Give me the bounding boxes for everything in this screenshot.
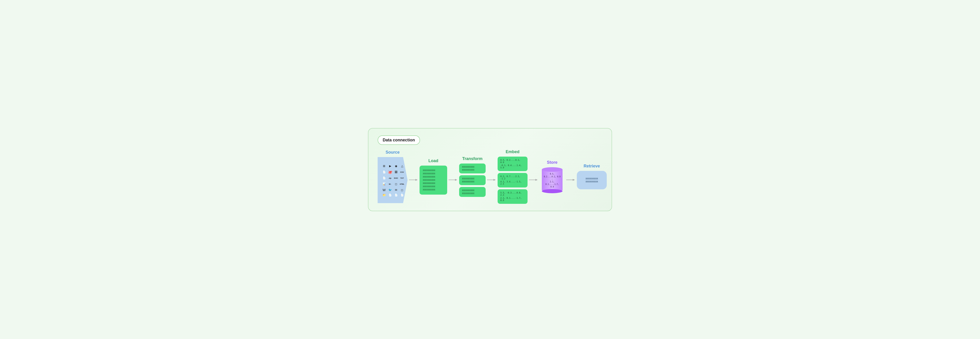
transform-col: XXXXXXXXXX XXXXXXXXXX XXXXXXXXXX XXXXXXX…	[459, 164, 485, 197]
embed-box-1: 0.5, 0.2....0.1, 0.9 -0.1, 0.4....1.4, 5…	[498, 157, 528, 171]
icon-csv: CSV	[399, 170, 404, 175]
icon-doc3: DOC	[393, 175, 399, 181]
arrow-source-load	[409, 178, 418, 181]
icon-brackets: ◻	[399, 188, 404, 193]
transform-line-3-1: XXXXXXXXXX	[462, 189, 483, 192]
load-label: Load	[428, 158, 438, 163]
transform-line-2-2: XXXXXXXXXX	[462, 181, 483, 183]
load-line-3: XXXXXXXXXX	[423, 176, 444, 178]
svg-marker-3	[455, 179, 457, 181]
source-shape: ⊞ ▶ ◉ △ 📄 🐙 🖼 CSV 📄 zip DOC TXT 📊 M↓ ◻ H…	[378, 157, 407, 203]
icon-twitter: 🐦	[388, 188, 393, 193]
icon-triangle: △	[399, 164, 404, 169]
icon-txt: TXT	[399, 175, 404, 181]
icon-image: 🖼	[393, 170, 399, 175]
arrow-load-transform	[449, 178, 458, 181]
load-line-4: XXXXXXXXXX	[423, 179, 444, 181]
icon-square: ◻	[393, 181, 399, 186]
store-text-3: 2.1, 0.1....-1.7, 0.9	[544, 181, 561, 188]
cylinder-body: 0.5, 0.2....0.1, 0.9 : 2.1, 0.1....-1.7,…	[542, 170, 563, 190]
icon-zip: zip	[388, 175, 393, 181]
cylinder-top	[542, 167, 563, 172]
load-line-1: XXXXXXXXXX	[423, 169, 444, 172]
transform-box-1: XXXXXXXXXX XXXXXXXXXX	[459, 164, 485, 173]
source-label: Source	[385, 150, 399, 155]
load-line-2: XXXXXXXXXX	[423, 172, 444, 175]
embed-box-2: 0.2, 0.7....2.1, -1.2 4.1, 3.4....-1.5, …	[498, 173, 528, 188]
icon-md: M↓	[388, 181, 393, 186]
icon-table: 📊	[382, 181, 387, 186]
embed-stage: Embed 0.5, 0.2....0.1, 0.9 -0.1, 0.4....…	[498, 150, 528, 204]
embed-label: Embed	[506, 150, 519, 154]
store-cylinder: 0.5, 0.2....0.1, 0.9 : 2.1, 0.1....-1.7,…	[539, 167, 565, 193]
icon-wiki: W	[382, 188, 387, 193]
retrieve-line-1: XXXXXXXXXX	[585, 178, 598, 180]
embed-col: 0.5, 0.2....0.1, 0.9 -0.1, 0.4....1.4, 5…	[498, 157, 528, 204]
transform-line-1-2: XXXXXXXXXX	[462, 169, 483, 171]
icon-doc5: 📄	[393, 193, 399, 197]
arrow-transform-embed	[487, 178, 496, 181]
embed-line-1-1: 0.5, 0.2....0.1, 0.9	[500, 159, 525, 164]
icon-grid: ⊞	[382, 164, 387, 169]
title-badge: Data connection	[378, 135, 420, 145]
transform-line-1-1: XXXXXXXXXX	[462, 166, 483, 168]
transform-line-3-2: XXXXXXXXXX	[462, 192, 483, 194]
store-text-1: 0.5, 0.2....0.1, 0.9	[544, 173, 561, 178]
embed-line-2-2: 4.1, 3.4....-1.5, 2.5	[500, 181, 525, 185]
source-icons: ⊞ ▶ ◉ △ 📄 🐙 🖼 CSV 📄 zip DOC TXT 📊 M↓ ◻ H…	[379, 161, 406, 199]
icon-github: 🐙	[388, 170, 393, 175]
embed-box-3: 5.5, -0.3....0.8, 2.3 2.1, 0.1....-1.7, …	[498, 189, 528, 204]
store-label: Store	[547, 160, 557, 165]
embed-line-3-1: 5.5, -0.3....0.8, 2.3	[500, 192, 525, 196]
load-stage: Load XXXXXXXXXX XXXXXXXXXX XXXXXXXXXX XX…	[420, 158, 447, 194]
load-line-7: XXXXXXXXXX	[423, 189, 444, 191]
retrieve-line-2: XXXXXXXXXX	[585, 181, 598, 183]
load-line-5: XXXXXXXXXX	[423, 182, 444, 185]
icon-folder: 📁	[382, 193, 387, 197]
source-stage: Source ⊞ ▶ ◉ △ 📄 🐙 🖼 CSV 📄 zip DOC TXT 📊	[378, 150, 407, 203]
icon-html: HTML	[399, 181, 404, 186]
embed-line-3-2: 2.1, 0.1....-1.7, 0.9	[500, 197, 525, 202]
transform-box-2: XXXXXXXXXX XXXXXXXXXX	[459, 175, 485, 185]
load-box: XXXXXXXXXX XXXXXXXXXX XXXXXXXXXX XXXXXXX…	[420, 166, 447, 194]
transform-stage: Transform XXXXXXXXXX XXXXXXXXXX XXXXXXXX…	[459, 156, 485, 197]
svg-marker-7	[535, 179, 538, 181]
retrieve-shape: XXXXXXXXXX XXXXXXXXXX	[577, 171, 607, 189]
embed-line-2-1: 0.2, 0.7....2.1, -1.2	[500, 175, 525, 180]
store-text-2: :	[552, 178, 553, 181]
svg-marker-9	[573, 179, 575, 181]
load-line-6: XXXXXXXXXX	[423, 185, 444, 188]
transform-line-2-1: XXXXXXXXXX	[462, 178, 483, 180]
store-stage: Store 0.5, 0.2....0.1, 0.9 : 2.1, 0.1...…	[539, 160, 565, 193]
diagram-container: Data connection Source ⊞ ▶ ◉ △ 📄 🐙 🖼 CSV…	[368, 128, 612, 211]
transform-box-3: XXXXXXXXXX XXXXXXXXXX	[459, 187, 485, 197]
cylinder-wrap: 0.5, 0.2....0.1, 0.9 : 2.1, 0.1....-1.7,…	[542, 167, 563, 193]
retrieve-label: Retrieve	[584, 164, 600, 169]
icon-doc4: 📄	[388, 193, 393, 197]
icon-doc6: 📄	[399, 193, 404, 197]
arrow-store-retrieve	[566, 178, 576, 181]
icon-mail: ✉	[393, 188, 399, 193]
icon-play: ▶	[388, 164, 393, 169]
pipeline-row: Source ⊞ ▶ ◉ △ 📄 🐙 🖼 CSV 📄 zip DOC TXT 📊	[378, 150, 602, 204]
transform-label: Transform	[462, 156, 482, 161]
retrieve-stage: Retrieve XXXXXXXXXX XXXXXXXXXX	[577, 164, 607, 189]
svg-marker-1	[415, 179, 418, 181]
icon-doc2: 📄	[382, 175, 387, 181]
icon-doc1: 📄	[382, 170, 387, 175]
arrow-embed-store	[529, 178, 538, 181]
cylinder-bottom	[542, 189, 563, 193]
embed-line-1-2: -0.1, 0.4....1.4, 5.9	[500, 164, 525, 169]
diagram-title: Data connection	[383, 138, 415, 142]
svg-marker-5	[493, 179, 496, 181]
icon-discord: ◉	[393, 164, 399, 169]
